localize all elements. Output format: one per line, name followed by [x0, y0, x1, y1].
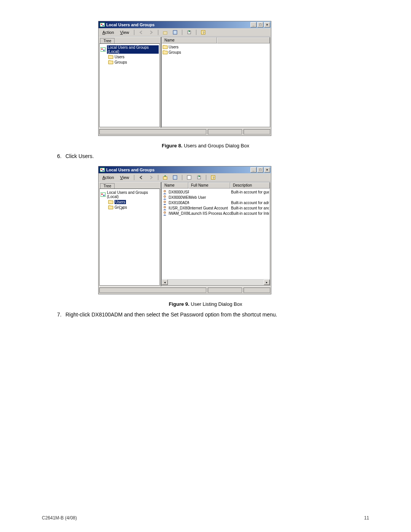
properties-button[interactable] [171, 174, 179, 181]
tree-tab[interactable]: Tree [100, 183, 115, 189]
back-button[interactable] [137, 174, 145, 181]
menu-view[interactable]: View [118, 30, 132, 35]
tree-content[interactable]: Local Users and Groups (Local) Users Gro… [99, 189, 160, 286]
folder-icon [108, 205, 113, 209]
help-button[interactable]: ? [199, 29, 207, 36]
svg-point-27 [164, 212, 166, 214]
svg-rect-20 [100, 193, 105, 197]
back-button[interactable] [137, 29, 145, 36]
tree-groups[interactable]: Groups [100, 59, 159, 65]
user-row[interactable]: DX8000USRBuilt-in account for guest [162, 189, 270, 195]
minimize-button[interactable]: _ [250, 167, 256, 173]
figure9-caption: Figure 9. User Listing Dialog Box [42, 301, 369, 307]
list-pane: Name Users Groups [161, 37, 270, 127]
up-button[interactable] [161, 174, 169, 181]
folder-icon [108, 60, 113, 64]
menubar: Action View ? [99, 173, 271, 182]
svg-text:?: ? [212, 176, 214, 180]
statusbar [99, 128, 271, 136]
forward-button[interactable] [147, 174, 155, 181]
tree-users[interactable]: Users [100, 199, 159, 204]
users-groups-dialog-2: Local Users and Groups _ □ × Action View… [98, 166, 271, 294]
svg-point-23 [164, 190, 166, 192]
mmc-icon [100, 167, 105, 173]
svg-point-12 [101, 169, 102, 170]
forward-button[interactable] [147, 29, 155, 36]
tree-tab[interactable]: Tree [100, 38, 115, 43]
menu-action[interactable]: Action [100, 175, 116, 180]
svg-rect-3 [163, 32, 167, 34]
user-row[interactable]: IWAM_DX8000Launch IIS Process AccountBui… [162, 211, 270, 216]
column-fullname[interactable]: Full Name [188, 182, 230, 189]
menu-action[interactable]: Action [100, 30, 116, 35]
step-7: 7. Right-click DX8100ADM and then select… [57, 312, 369, 318]
svg-point-1 [101, 24, 102, 25]
column-name[interactable]: Name [162, 182, 188, 189]
tree-root[interactable]: Local Users and Groups (Local) [100, 45, 159, 54]
close-button[interactable]: × [264, 167, 270, 173]
svg-point-9 [101, 48, 103, 50]
svg-rect-14 [163, 177, 167, 179]
svg-rect-11 [100, 168, 105, 172]
window-title: Local Users and Groups [106, 22, 155, 27]
minimize-button[interactable]: _ [250, 22, 256, 27]
menubar: Action View ? [99, 28, 271, 37]
svg-rect-8 [100, 48, 105, 51]
page-footer: C2641M-B (4/08) 11 [42, 515, 369, 521]
tree-users[interactable]: Users [100, 54, 159, 59]
cursor-arrow-icon [119, 206, 123, 211]
users-groups-dialog-1: Local Users and Groups _ □ × Action View… [98, 21, 271, 136]
column-name[interactable]: Name [162, 37, 217, 43]
column-blank[interactable] [217, 37, 270, 43]
statusbar [99, 286, 271, 294]
export-button[interactable] [195, 174, 203, 181]
user-row[interactable]: DX8000WEBWeb User [162, 195, 270, 200]
folder-open-icon [108, 200, 113, 204]
folder-icon [108, 54, 113, 59]
tree-groups[interactable]: Groups [100, 204, 159, 210]
svg-rect-16 [187, 176, 191, 179]
svg-point-22 [103, 195, 105, 196]
mmc-icon [100, 47, 106, 52]
maximize-button[interactable]: □ [257, 22, 263, 27]
list-item-users[interactable]: Users [162, 44, 270, 50]
refresh-button[interactable] [185, 174, 193, 181]
mmc-icon [100, 22, 105, 27]
folder-icon [162, 45, 168, 49]
tree-root[interactable]: Local Users and Groups (Local) [100, 190, 159, 199]
svg-point-25 [164, 201, 166, 203]
page-number: 11 [364, 515, 369, 521]
step-6: 6. Click Users. [57, 153, 369, 159]
column-description[interactable]: Description [230, 182, 270, 189]
window-title: Local Users and Groups [106, 168, 155, 172]
up-button[interactable] [161, 29, 169, 36]
tree-pane: Tree Local Users and Groups (Local) User… [99, 182, 161, 286]
list-item-groups[interactable]: Groups [162, 50, 270, 55]
tree-pane: Tree Local Users and Groups (Local) User… [99, 37, 161, 128]
scroll-left-button[interactable]: ◂ [162, 280, 168, 285]
user-icon [162, 195, 168, 200]
folder-icon [162, 50, 168, 54]
svg-rect-4 [173, 30, 177, 34]
svg-point-13 [102, 170, 104, 171]
user-row[interactable]: DX8100ADMBuilt-in account for admin [162, 200, 270, 205]
user-icon [162, 200, 168, 205]
menu-view[interactable]: View [118, 175, 132, 180]
maximize-button[interactable]: □ [257, 167, 263, 173]
properties-button[interactable] [171, 29, 179, 36]
svg-rect-15 [173, 176, 177, 179]
scroll-right-button[interactable]: ▸ [264, 280, 270, 285]
titlebar: Local Users and Groups _ □ × [99, 166, 271, 173]
user-icon [162, 206, 168, 210]
svg-point-21 [101, 193, 103, 195]
help-button[interactable]: ? [209, 174, 217, 181]
close-button[interactable]: × [264, 22, 270, 27]
export-button[interactable] [185, 29, 193, 36]
tree-content[interactable]: Local Users and Groups (Local) Users Gro… [99, 43, 160, 127]
horizontal-scrollbar[interactable]: ◂ ▸ [162, 279, 270, 285]
doc-number: C2641M-B (4/08) [42, 515, 77, 521]
mmc-icon [100, 192, 106, 197]
user-row[interactable]: IUSR_DX8000Internet Guest AccountBuilt-i… [162, 205, 270, 211]
svg-rect-0 [100, 23, 105, 27]
user-icon [162, 190, 168, 194]
